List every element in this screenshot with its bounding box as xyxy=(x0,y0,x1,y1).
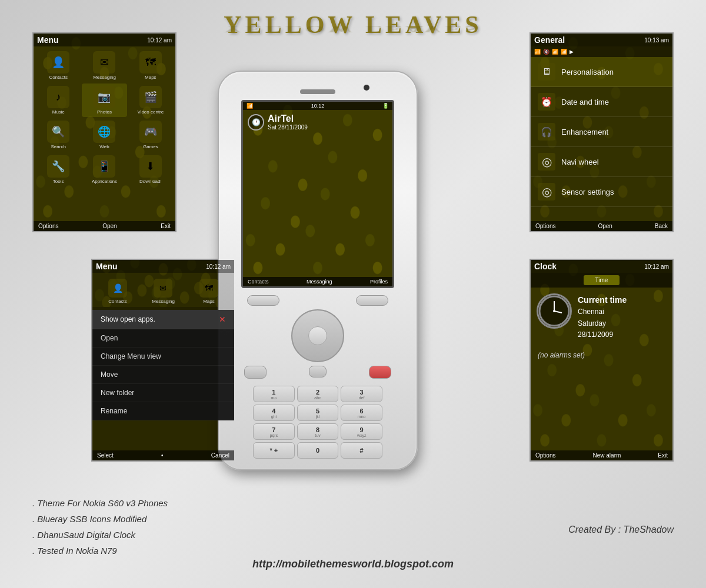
ctx-select-btn[interactable]: Select xyxy=(97,452,114,459)
datetime-label: Date and time xyxy=(561,98,609,106)
general-back-btn[interactable]: Back xyxy=(655,223,668,229)
credit-label: Created By : TheShadow xyxy=(568,524,674,534)
clock-date: 28/11/2009 xyxy=(578,329,627,340)
ctx-item-new-folder[interactable]: New folder xyxy=(92,384,234,402)
ctx-item-change-view[interactable]: Change Menu view xyxy=(92,348,234,366)
datetime-icon: ⏰ xyxy=(538,93,555,111)
ctx-contacts[interactable]: 👤 Contacts xyxy=(107,276,128,306)
clock-city: Chennai xyxy=(578,306,627,318)
phone-dpad[interactable] xyxy=(291,309,344,362)
context-top-icons: 👤 Contacts ✉ Messaging 🗺 Maps xyxy=(92,273,234,310)
contacts-icon: 👤 xyxy=(47,51,69,74)
sensor-icon: ◎ xyxy=(538,183,555,201)
menu-time: 10:12 am xyxy=(147,37,172,44)
phone-key-4[interactable]: 4ghi xyxy=(253,405,295,421)
general-item-sensor[interactable]: ◎ Sensor settings xyxy=(531,177,672,207)
credit-text: Created By : TheShadow xyxy=(568,524,674,535)
general-open-btn[interactable]: Open xyxy=(598,223,612,229)
phone-screen-overlay: 📶 10:12 🔋 🕐 AirTel Sat 28/11/2009 xyxy=(243,102,392,134)
web-label: Web xyxy=(99,144,109,149)
phone-screen-bottom-bar: Contacts Messaging Profiles xyxy=(243,277,392,286)
tools-icon: 🔧 xyxy=(47,155,69,178)
clock-new-alarm-btn[interactable]: New alarm xyxy=(593,452,621,459)
info-line-4: . Tested In Nokia N79 xyxy=(32,543,168,559)
general-item-personalisation[interactable]: 🖥 Personalisation xyxy=(531,57,672,87)
ctx-item-show-open-apps[interactable]: Show open apps. ✕ xyxy=(92,310,234,329)
phone-key-2[interactable]: 2abc xyxy=(297,386,339,402)
ctx-maps-label: Maps xyxy=(203,299,215,304)
clock-options-btn[interactable]: Options xyxy=(535,452,555,459)
search-label: Search xyxy=(51,144,65,149)
menu-panel-footer: Options Open Exit xyxy=(34,221,175,231)
phone-key-6[interactable]: 6mno xyxy=(341,405,382,421)
ctx-maps-icon: 🗺 xyxy=(199,279,218,298)
phone-key-3[interactable]: 3def xyxy=(341,386,382,402)
clock-face-icon xyxy=(537,293,572,329)
phone-key-hash[interactable]: # xyxy=(341,442,382,459)
ctx-cancel-btn[interactable]: Cancel xyxy=(211,452,229,459)
general-options-btn[interactable]: Options xyxy=(535,223,555,229)
phone-dpad-center[interactable] xyxy=(308,326,327,345)
phone-key-0[interactable]: 0 xyxy=(297,442,339,459)
contacts-label: Contacts xyxy=(49,75,68,80)
general-item-enhancement[interactable]: 🎧 Enhancement xyxy=(531,117,672,147)
phone-right-soft-key[interactable] xyxy=(356,295,388,306)
phone-profiles-shortcut[interactable]: Profiles xyxy=(370,279,388,285)
ctx-messaging[interactable]: ✉ Messaging xyxy=(151,276,176,306)
games-label: Games xyxy=(143,144,158,149)
general-item-naviwheel[interactable]: ◎ Navi wheel xyxy=(531,147,672,177)
phone-key-9[interactable]: 9wxyz xyxy=(341,423,382,440)
maps-label: Maps xyxy=(145,75,156,80)
menu-item-photos[interactable]: 📷 Photos xyxy=(82,83,126,117)
general-item-datetime[interactable]: ⏰ Date and time xyxy=(531,87,672,117)
menu-item-messaging[interactable]: ✉ Messaging xyxy=(82,49,126,82)
menu-item-games[interactable]: 🎮 Games xyxy=(128,118,173,152)
ctx-maps[interactable]: 🗺 Maps xyxy=(198,276,219,306)
general-title: General xyxy=(534,35,565,45)
clock-tab-time[interactable]: Time xyxy=(584,275,620,285)
menu-item-tools[interactable]: 🔧 Tools xyxy=(36,153,81,186)
menu-exit-btn[interactable]: Exit xyxy=(161,223,171,229)
clock-title: Clock xyxy=(534,262,557,271)
phone-left-soft-key[interactable] xyxy=(247,295,279,306)
menu-item-web[interactable]: 🌐 Web xyxy=(82,118,126,152)
phone-key-star[interactable]: * + xyxy=(253,442,295,459)
phone-key-1[interactable]: 1αω xyxy=(253,386,295,402)
menu-item-music[interactable]: ♪ Music xyxy=(36,83,81,117)
naviwheel-icon: ◎ xyxy=(538,153,555,171)
ctx-item-open[interactable]: Open xyxy=(92,329,234,348)
menu-open-btn[interactable]: Open xyxy=(102,223,116,229)
menu-item-maps[interactable]: 🗺 Maps xyxy=(128,49,173,82)
phone-end-btn[interactable] xyxy=(369,366,391,379)
menu-item-contacts[interactable]: 👤 Contacts xyxy=(36,49,81,82)
ctx-item-move[interactable]: Move xyxy=(92,366,234,384)
current-time-label: Current time xyxy=(578,293,627,306)
menu-item-download[interactable]: ⬇ Download! xyxy=(128,153,173,186)
phone-key-7[interactable]: 7pqrs xyxy=(253,423,295,440)
info-line-1: . Theme For Nokia S60 v3 Phones xyxy=(32,495,168,511)
menu-item-applications[interactable]: 📱 Applications xyxy=(82,153,126,186)
applications-icon: 📱 xyxy=(93,155,115,178)
clock-panel-header: Clock 10:12 am xyxy=(531,260,672,273)
url-label: http://mobilethemesworld.blogspot.com xyxy=(252,558,454,570)
general-panel-footer: Options Open Back xyxy=(531,221,672,231)
phone-key-5[interactable]: 5jkl xyxy=(297,405,339,421)
ctx-contacts-label: Contacts xyxy=(108,299,127,304)
bottom-info-text: . Theme For Nokia S60 v3 Phones . Bluera… xyxy=(32,495,168,559)
phone-menu-btn[interactable] xyxy=(309,366,327,377)
phone-messaging-shortcut[interactable]: Messaging xyxy=(307,279,332,285)
phone-key-8[interactable]: 8tuv xyxy=(297,423,339,440)
ctx-contacts-icon: 👤 xyxy=(108,279,127,298)
naviwheel-label: Navi wheel xyxy=(561,158,599,166)
menu-context-header: Menu 10:12 am xyxy=(92,260,234,273)
phone-signal: 📶 xyxy=(247,103,253,109)
menu-options-btn[interactable]: Options xyxy=(38,223,58,229)
phone-controls: 1αω 2abc 3def 4ghi 5jkl 6mno 7pqrs 8tuv … xyxy=(241,295,394,459)
phone-status-bar: 📶 10:12 🔋 xyxy=(243,102,392,110)
menu-item-video[interactable]: 🎬 Video centre xyxy=(128,83,173,117)
menu-item-search[interactable]: 🔍 Search xyxy=(36,118,81,152)
ctx-item-rename[interactable]: Rename xyxy=(92,402,234,420)
phone-contacts-shortcut[interactable]: Contacts xyxy=(248,279,269,285)
phone-call-btn[interactable] xyxy=(244,366,267,379)
clock-exit-btn[interactable]: Exit xyxy=(658,452,668,459)
